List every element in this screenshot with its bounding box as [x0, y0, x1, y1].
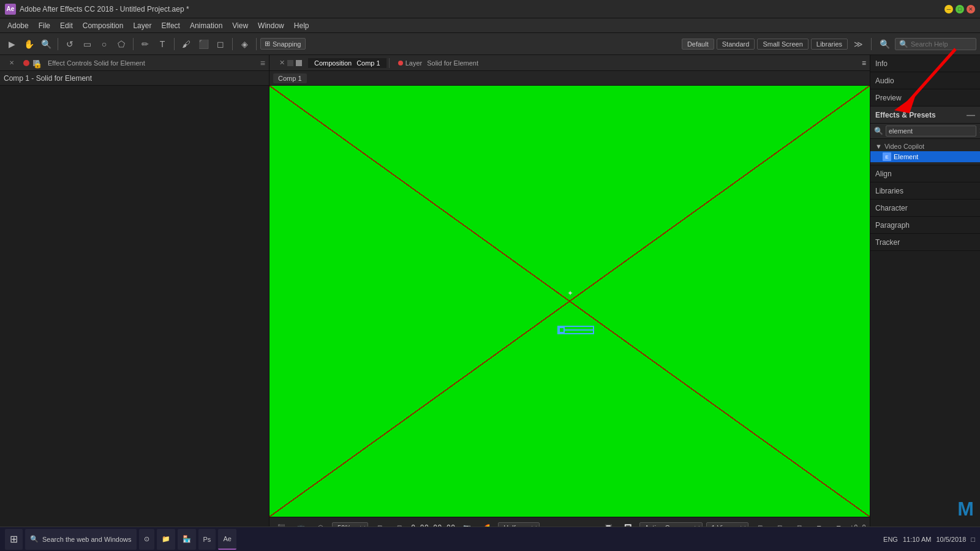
tool-eraser[interactable]: ◻	[213, 36, 228, 52]
layer-tab-dot	[398, 61, 403, 66]
breadcrumb-text: Comp 1 - Solid for Element	[4, 74, 92, 83]
tool-poly[interactable]: ⬠	[113, 36, 129, 52]
snapping-label: Snapping	[273, 40, 301, 48]
panel-close-left[interactable]: ✕	[4, 55, 20, 71]
comp-icon	[287, 60, 293, 66]
comp-close-btn[interactable]: ✕	[279, 59, 285, 67]
panel-menu[interactable]: ≡	[260, 58, 265, 68]
selection-handle	[557, 326, 594, 334]
tool-brush[interactable]: 🖌	[178, 36, 194, 52]
sep2	[133, 38, 134, 50]
workspace-expand[interactable]: ≫	[850, 36, 866, 52]
app-icon: Ae	[5, 4, 16, 15]
tool-select[interactable]: ▶	[4, 36, 20, 52]
right-panel-align[interactable]: Align	[870, 165, 980, 182]
handle-bar	[565, 329, 593, 331]
right-panel-tracker[interactable]: Tracker	[870, 234, 980, 251]
panel-lock-icon: 🔒	[33, 60, 39, 66]
menu-animation[interactable]: Animation	[185, 20, 227, 31]
left-panel-header: ✕ 🔒 Effect Controls Solid for Element ≡	[0, 55, 269, 71]
menu-composition[interactable]: Composition	[78, 20, 129, 31]
comp-subtab-item[interactable]: Comp 1	[273, 73, 307, 83]
panel-menu-btn[interactable]: ≡	[862, 59, 866, 67]
tab-effect-controls[interactable]: Effect Controls Solid for Element	[43, 58, 150, 68]
right-panel-character[interactable]: Character	[870, 200, 980, 217]
menu-effect[interactable]: Effect	[156, 20, 184, 31]
handle-left	[559, 327, 565, 333]
tool-zoom[interactable]: 🔍	[38, 36, 54, 52]
tool-rect[interactable]: ▭	[79, 36, 95, 52]
right-panel-info[interactable]: Info	[870, 55, 980, 72]
search-icon: 🔍	[874, 127, 883, 135]
comp-subtab: Comp 1	[270, 71, 870, 86]
taskbar-search[interactable]: 🔍 Search the web and Windows	[25, 529, 137, 550]
app-title: Adobe After Effects CC 2018 - Untitled P…	[20, 5, 189, 13]
search-toggle[interactable]: 🔍	[876, 36, 892, 52]
taskbar-date: 10/5/2018	[936, 536, 966, 543]
taskbar-aftereffects[interactable]: Ae	[218, 529, 236, 550]
taskbar-file-explorer[interactable]: 📁	[157, 529, 175, 550]
effects-item-label: Element	[894, 153, 918, 160]
menu-file[interactable]: File	[34, 20, 55, 31]
effects-group-video-copilot[interactable]: ▼ Video Copilot	[870, 141, 980, 151]
comp-lock	[296, 60, 302, 66]
layer-name: Solid for Element	[427, 59, 478, 67]
taskbar-store[interactable]: 🏪	[178, 529, 196, 550]
tool-ellipse[interactable]: ○	[96, 36, 112, 52]
workspace-small-screen[interactable]: Small Screen	[757, 39, 808, 50]
snapping-toggle[interactable]: ⊞ Snapping	[260, 38, 306, 50]
effects-tree: ▼ Video Copilot E Element	[870, 139, 980, 165]
taskbar-start[interactable]: ⊞	[5, 529, 23, 550]
search-icon: 🔍	[899, 40, 908, 48]
close-button[interactable]: ✕	[967, 5, 975, 13]
right-panel-audio[interactable]: Audio	[870, 72, 980, 89]
right-panel-libraries[interactable]: Libraries	[870, 182, 980, 200]
menu-help[interactable]: Help	[289, 20, 314, 31]
menu-view[interactable]: View	[227, 20, 253, 31]
right-panel-preview[interactable]: Preview	[870, 89, 980, 107]
taskbar-cortana[interactable]: ⊙	[139, 529, 154, 550]
tool-text[interactable]: T	[154, 36, 170, 52]
right-panel: Info Audio Preview Effects & Presets — 🔍…	[870, 55, 980, 538]
workspace-default[interactable]: Default	[682, 39, 714, 50]
effects-search-input[interactable]	[886, 126, 976, 137]
effects-item-element[interactable]: E Element	[870, 151, 980, 162]
search-icon: 🔍	[30, 535, 39, 543]
composition-canvas[interactable]: ✦	[270, 86, 870, 517]
workspace-libraries[interactable]: Libraries	[811, 39, 848, 50]
tool-stamp[interactable]: ⬛	[195, 36, 211, 52]
minimize-button[interactable]: ─	[944, 5, 953, 13]
workspace-standard[interactable]: Standard	[717, 39, 755, 50]
maximize-button[interactable]: □	[956, 5, 964, 13]
right-panel-paragraph[interactable]: Paragraph	[870, 217, 980, 234]
taskbar-notification[interactable]: □	[971, 536, 975, 543]
project-content	[0, 86, 269, 538]
effects-presets-panel: Effects & Presets — 🔍 ✕ ▼ Video Copilot …	[870, 107, 980, 165]
sep6	[871, 38, 872, 50]
main-layout: ✕ 🔒 Effect Controls Solid for Element ≡ …	[0, 55, 980, 538]
search-input[interactable]	[911, 40, 972, 48]
menu-edit[interactable]: Edit	[55, 20, 78, 31]
toolbar: ▶ ✋ 🔍 ↺ ▭ ○ ⬠ ✏ T 🖌 ⬛ ◻ ◈ ⊞ Snapping Def…	[0, 33, 980, 55]
menu-layer[interactable]: Layer	[128, 20, 156, 31]
effects-minimize-btn[interactable]: —	[967, 110, 975, 120]
effects-search: 🔍 ✕	[870, 124, 980, 139]
tab-composition[interactable]: Composition Comp 1	[308, 58, 386, 68]
menu-adobe[interactable]: Adobe	[2, 20, 34, 31]
sep1	[58, 38, 58, 50]
tab-layer[interactable]: Layer Solid for Element	[392, 58, 484, 68]
menu-window[interactable]: Window	[253, 20, 289, 31]
tool-pen[interactable]: ✋	[21, 36, 37, 52]
taskbar-photoshop[interactable]: Ps	[198, 529, 216, 550]
tab-divider	[389, 58, 390, 68]
tool-pen2[interactable]: ✏	[137, 36, 153, 52]
project-breadcrumb: Comp 1 - Solid for Element	[0, 71, 269, 86]
taskbar-right: ENG 11:10 AM 10/5/2018 □	[883, 536, 975, 543]
panel-color-indicator	[23, 60, 29, 66]
tool-puppet[interactable]: ◈	[236, 36, 252, 52]
center-panel: ✕ Composition Comp 1 Layer Solid for Ele…	[270, 55, 870, 538]
windows-icon: ⊞	[10, 533, 18, 545]
title-bar: Ae Adobe After Effects CC 2018 - Untitle…	[0, 0, 980, 18]
center-tabs: ✕ Composition Comp 1 Layer Solid for Ele…	[270, 55, 870, 71]
tool-rotate[interactable]: ↺	[62, 36, 78, 52]
